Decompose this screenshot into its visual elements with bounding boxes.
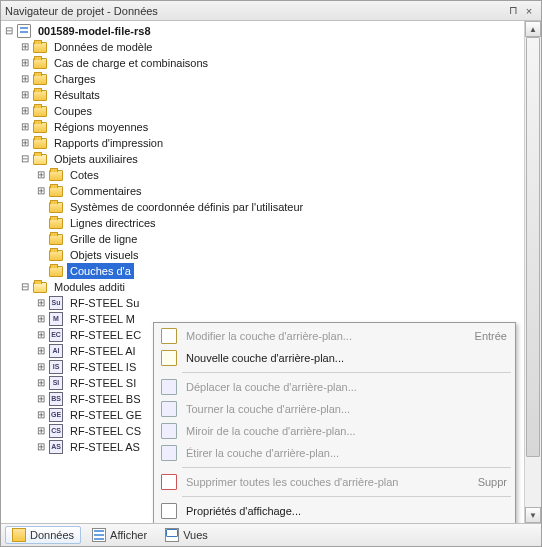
collapse-icon[interactable]: ⊟: [3, 25, 15, 37]
tree-item[interactable]: Grille de ligne: [3, 231, 541, 247]
menu-label: Supprimer toutes les couches d'arrière-p…: [180, 476, 470, 488]
expand-icon[interactable]: ⊞: [19, 105, 31, 117]
str-icon: [158, 445, 180, 461]
menu-item: Déplacer la couche d'arrière-plan...: [156, 376, 513, 398]
menu-label: Nouvelle couche d'arrière-plan...: [180, 352, 507, 364]
tab-vues[interactable]: Vues: [158, 526, 215, 544]
tree-item[interactable]: ⊞Cotes: [3, 167, 541, 183]
expand-icon[interactable]: ⊞: [35, 297, 47, 309]
expand-icon[interactable]: ⊞: [35, 441, 47, 453]
tree-item[interactable]: Objets visuels: [3, 247, 541, 263]
expand-icon[interactable]: ⊞: [19, 137, 31, 149]
tree-label: Objets visuels: [67, 247, 141, 263]
tree-label: RF-STEEL AS: [67, 439, 143, 455]
tree-folder-open[interactable]: ⊟Modules additi: [3, 279, 541, 295]
expand-icon[interactable]: ⊞: [35, 361, 47, 373]
tree-label: RF-STEEL BS: [67, 391, 144, 407]
module-icon: EC: [48, 328, 64, 342]
folder-open-icon: [32, 280, 48, 294]
close-icon[interactable]: ×: [521, 5, 537, 17]
expand-icon[interactable]: ⊞: [19, 57, 31, 69]
expand-icon[interactable]: ⊞: [35, 425, 47, 437]
scroll-down-icon[interactable]: ▼: [525, 507, 541, 523]
menu-label: Miroir de la couche d'arrière-plan...: [180, 425, 507, 437]
tree-folder[interactable]: ⊞Régions moyennes: [3, 119, 541, 135]
folder-icon: [48, 248, 64, 262]
tree-label: Lignes directrices: [67, 215, 159, 231]
menu-accel: Suppr: [470, 476, 507, 488]
tree-folder[interactable]: ⊞Coupes: [3, 103, 541, 119]
expand-icon[interactable]: ⊞: [35, 409, 47, 421]
tree-label: Charges: [51, 71, 99, 87]
expand-icon[interactable]: ⊞: [35, 169, 47, 181]
menu-item: Modifier la couche d'arrière-plan...Entr…: [156, 325, 513, 347]
context-menu: Modifier la couche d'arrière-plan...Entr…: [153, 322, 516, 524]
disp-icon: [92, 528, 106, 542]
tree-label: Données de modèle: [51, 39, 155, 55]
tab-label: Afficher: [110, 529, 147, 541]
expand-icon[interactable]: ⊞: [35, 329, 47, 341]
collapse-icon[interactable]: ⊟: [19, 281, 31, 293]
menu-item: Miroir de la couche d'arrière-plan...: [156, 420, 513, 442]
tree-label: Cotes: [67, 167, 102, 183]
expand-icon[interactable]: ⊞: [19, 89, 31, 101]
menu-accel: Entrée: [467, 330, 507, 342]
expand-icon[interactable]: ⊞: [19, 73, 31, 85]
module-icon: CS: [48, 424, 64, 438]
tree-item[interactable]: Systèmes de coordonnée définis par l'uti…: [3, 199, 541, 215]
tree-folder[interactable]: ⊞Résultats: [3, 87, 541, 103]
expand-icon[interactable]: ⊞: [35, 345, 47, 357]
tree-folder[interactable]: ⊞Cas de charge et combinaisons: [3, 55, 541, 71]
tree-panel: ⊟001589-model-file-rs8⊞Données de modèle…: [1, 21, 541, 524]
module-icon: M: [48, 312, 64, 326]
folder-icon: [32, 72, 48, 86]
tree-label: Commentaires: [67, 183, 145, 199]
scroll-up-icon[interactable]: ▲: [525, 21, 541, 37]
tree-label: RF-STEEL SI: [67, 375, 139, 391]
expand-icon[interactable]: ⊞: [35, 377, 47, 389]
tab-données[interactable]: Données: [5, 526, 81, 544]
menu-label: Modifier la couche d'arrière-plan...: [180, 330, 467, 342]
folder-icon: [32, 88, 48, 102]
folder-open-icon: [32, 152, 48, 166]
expand-icon[interactable]: ⊞: [35, 313, 47, 325]
tree-folder[interactable]: ⊞Rapports d'impression: [3, 135, 541, 151]
module-icon: BS: [48, 392, 64, 406]
folder-icon: [32, 56, 48, 70]
expand-icon[interactable]: ⊞: [19, 121, 31, 133]
scroll-track[interactable]: [525, 37, 541, 507]
move-icon: [158, 379, 180, 395]
tree-label: RF-STEEL M: [67, 311, 138, 327]
edit-icon: [158, 328, 180, 344]
expand-icon[interactable]: ⊞: [35, 393, 47, 405]
tree-label: RF-STEEL CS: [67, 423, 144, 439]
tree-item[interactable]: Lignes directrices: [3, 215, 541, 231]
bottom-tabs: DonnéesAfficherVues: [1, 524, 541, 546]
module-icon: AS: [48, 440, 64, 454]
tree-item[interactable]: Couches d'a: [3, 263, 541, 279]
vertical-scrollbar[interactable]: ▲ ▼: [524, 21, 541, 523]
pin-icon[interactable]: ⊓: [505, 4, 521, 17]
view-icon: [165, 528, 179, 542]
tree-label: Coupes: [51, 103, 95, 119]
tree-folder[interactable]: ⊞Charges: [3, 71, 541, 87]
tree-label: RF-STEEL AI: [67, 343, 139, 359]
collapse-icon[interactable]: ⊟: [19, 153, 31, 165]
tab-afficher[interactable]: Afficher: [85, 526, 154, 544]
tree-folder-open[interactable]: ⊟Objets auxiliaires: [3, 151, 541, 167]
module-icon: GE: [48, 408, 64, 422]
database-icon: [16, 24, 32, 38]
tree-label: RF-STEEL Su: [67, 295, 142, 311]
scroll-thumb[interactable]: [526, 37, 540, 457]
tree-label: Résultats: [51, 87, 103, 103]
expand-icon[interactable]: ⊞: [35, 185, 47, 197]
module-icon: AI: [48, 344, 64, 358]
tree-module[interactable]: ⊞SuRF-STEEL Su: [3, 295, 541, 311]
menu-item[interactable]: Propriétés d'affichage...: [156, 500, 513, 522]
tree-item[interactable]: ⊞Commentaires: [3, 183, 541, 199]
expand-icon[interactable]: ⊞: [19, 41, 31, 53]
tree-folder[interactable]: ⊞Données de modèle: [3, 39, 541, 55]
folder-icon: [48, 184, 64, 198]
tree-root[interactable]: ⊟001589-model-file-rs8: [3, 23, 541, 39]
menu-item[interactable]: Nouvelle couche d'arrière-plan...: [156, 347, 513, 369]
